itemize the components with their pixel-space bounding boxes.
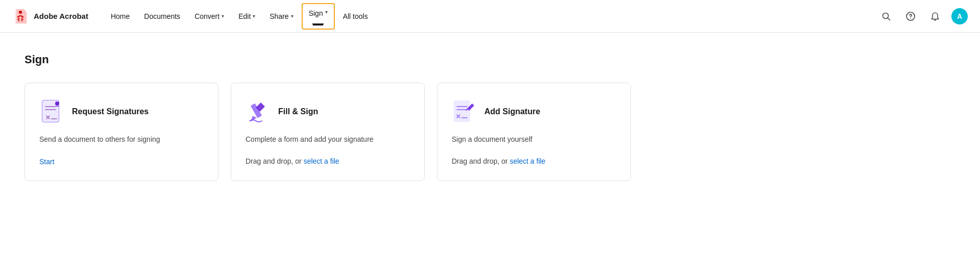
card-header-fill: Fill & Sign [246, 99, 410, 124]
card-header-add: Add Signature [452, 99, 616, 124]
sign-chevron-icon: ▾ [325, 9, 328, 15]
main-content: Sign [0, 33, 980, 201]
fill-sign-title: Fill & Sign [278, 107, 318, 116]
add-signature-icon [452, 99, 476, 124]
search-icon [881, 12, 891, 21]
request-signatures-card[interactable]: Request Signatures Send a document to ot… [24, 83, 218, 181]
nav-item-documents[interactable]: Documents [138, 8, 186, 24]
add-signature-select-file-link[interactable]: select a file [510, 157, 546, 165]
sign-underline [312, 23, 324, 24]
search-button[interactable] [878, 8, 894, 24]
fill-sign-card[interactable]: Fill & Sign Complete a form and add your… [231, 83, 425, 181]
notification-button[interactable] [927, 8, 943, 24]
svg-point-12 [55, 101, 59, 106]
svg-point-1 [883, 13, 889, 18]
request-signatures-icon [39, 99, 64, 124]
svg-point-4 [910, 18, 911, 19]
nav-item-convert[interactable]: Convert ▾ [188, 8, 230, 24]
add-signature-card[interactable]: Add Signature Sign a document yourself D… [437, 83, 631, 181]
fill-sign-dnd-text: Drag and drop, or select a file [246, 157, 410, 165]
page-title: Sign [24, 53, 955, 66]
fill-sign-icon [246, 99, 270, 124]
main-nav: Home Documents Convert ▾ Edit ▾ Share ▾ … [105, 3, 878, 30]
nav-item-alltools[interactable]: All tools [337, 8, 374, 24]
add-signature-title: Add Signature [484, 107, 540, 116]
convert-chevron-icon: ▾ [222, 13, 224, 19]
fill-sign-select-file-link[interactable]: select a file [304, 157, 339, 165]
header-actions: A [878, 8, 968, 24]
add-signature-desc: Sign a document yourself [452, 134, 616, 145]
help-icon [906, 12, 915, 21]
fill-sign-desc: Complete a form and add your signature [246, 134, 410, 145]
logo-text: Adobe Acrobat [34, 12, 88, 20]
request-signatures-start-link[interactable]: Start [39, 158, 55, 166]
cards-row: Request Signatures Send a document to ot… [24, 83, 955, 181]
nav-item-share[interactable]: Share ▾ [263, 8, 299, 24]
svg-point-0 [19, 11, 22, 14]
header: Adobe Acrobat Home Documents Convert ▾ E… [0, 0, 980, 33]
nav-item-sign[interactable]: Sign ▾ [302, 3, 335, 30]
svg-line-2 [888, 18, 890, 20]
adobe-acrobat-logo-icon [12, 8, 29, 24]
request-signatures-desc: Send a document to others for signing [39, 134, 204, 145]
svg-rect-14 [454, 100, 470, 122]
add-signature-dnd-text: Drag and drop, or select a file [452, 157, 616, 165]
share-chevron-icon: ▾ [291, 13, 293, 19]
help-button[interactable] [902, 8, 919, 24]
request-signatures-title: Request Signatures [72, 107, 149, 116]
nav-item-edit[interactable]: Edit ▾ [232, 8, 261, 24]
user-avatar[interactable]: A [951, 8, 968, 24]
bell-icon [930, 12, 940, 21]
logo-area: Adobe Acrobat [12, 8, 88, 24]
nav-item-home[interactable]: Home [105, 8, 136, 24]
edit-chevron-icon: ▾ [253, 13, 255, 19]
card-header-request: Request Signatures [39, 99, 204, 124]
